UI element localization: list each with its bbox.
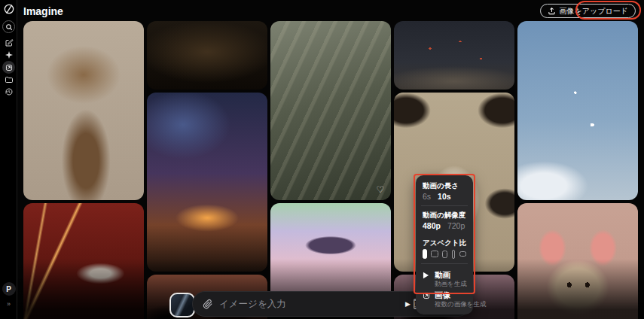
gallery-grid: ♡	[17, 0, 644, 319]
divider	[421, 234, 468, 235]
aspect-ratio-label: アスペクト比	[423, 238, 466, 247]
aspect-ratio-16-9-icon[interactable]	[459, 251, 466, 257]
search-icon[interactable]	[0, 20, 17, 33]
generated-image[interactable]	[23, 21, 144, 200]
active-nav-circle	[2, 61, 15, 74]
folder-icon[interactable]	[0, 75, 17, 84]
menu-item-video-label: 動画	[435, 270, 467, 279]
resolution-option-720p[interactable]: 720p	[447, 221, 465, 230]
generation-settings-menu: 動画の長さ 6s 10s 動画の解像度 480p 720p アスペクト比 動画 …	[416, 175, 473, 314]
page-title: Imagine	[23, 5, 63, 17]
video-length-option-6s[interactable]: 6s	[423, 192, 431, 201]
menu-item-image-sublabel: 複数の画像を生成	[435, 300, 486, 308]
generated-image[interactable]	[394, 21, 514, 90]
search-button-circle	[2, 20, 15, 33]
image-box-icon	[423, 292, 430, 299]
profile-logo[interactable]: P	[0, 282, 17, 296]
like-heart-icon[interactable]: ♡	[374, 183, 387, 196]
resolution-option-480p[interactable]: 480p	[423, 221, 441, 230]
video-length-label: 動画の長さ	[423, 181, 466, 190]
menu-item-image-label: 画像	[435, 290, 486, 299]
upload-image-button[interactable]: 画像をアップロード	[540, 4, 636, 18]
upload-button-label: 画像をアップロード	[560, 6, 628, 17]
paperclip-icon[interactable]	[203, 299, 213, 309]
play-icon: ▶	[405, 300, 411, 308]
video-resolution-label: 動画の解像度	[423, 211, 466, 219]
sparkle-icon[interactable]	[0, 50, 17, 59]
upload-icon	[548, 7, 556, 15]
aspect-ratio-1-1-icon[interactable]	[442, 251, 447, 258]
generated-image[interactable]	[23, 203, 144, 319]
logo-icon[interactable]	[0, 3, 17, 15]
imagine-box-icon[interactable]	[0, 61, 17, 74]
generated-image[interactable]	[517, 203, 638, 319]
aspect-ratio-9-16-icon[interactable]	[452, 250, 456, 259]
menu-item-image[interactable]: 画像 複数の画像を生成	[423, 289, 466, 309]
prompt-input[interactable]	[219, 299, 405, 309]
generated-image[interactable]	[270, 21, 391, 200]
history-icon[interactable]	[0, 87, 17, 96]
sidebar: P »	[0, 0, 17, 319]
generated-image[interactable]	[147, 93, 267, 272]
play-icon	[423, 272, 430, 279]
divider	[421, 205, 468, 206]
generated-image[interactable]	[147, 21, 267, 90]
divider	[421, 263, 468, 264]
compose-icon[interactable]	[0, 38, 17, 47]
profile-logo-letter: P	[2, 282, 16, 296]
menu-item-video[interactable]: 動画 動画を生成	[423, 269, 466, 289]
menu-item-video-sublabel: 動画を生成	[435, 280, 467, 287]
attachment-thumbnail[interactable]	[169, 293, 195, 317]
sidebar-expand-icon[interactable]: »	[0, 300, 17, 308]
aspect-ratio-3-2-icon[interactable]	[431, 251, 438, 257]
aspect-ratio-2-3-icon[interactable]	[423, 249, 427, 259]
generated-image[interactable]	[517, 21, 638, 200]
video-length-option-10s[interactable]: 10s	[438, 192, 451, 201]
